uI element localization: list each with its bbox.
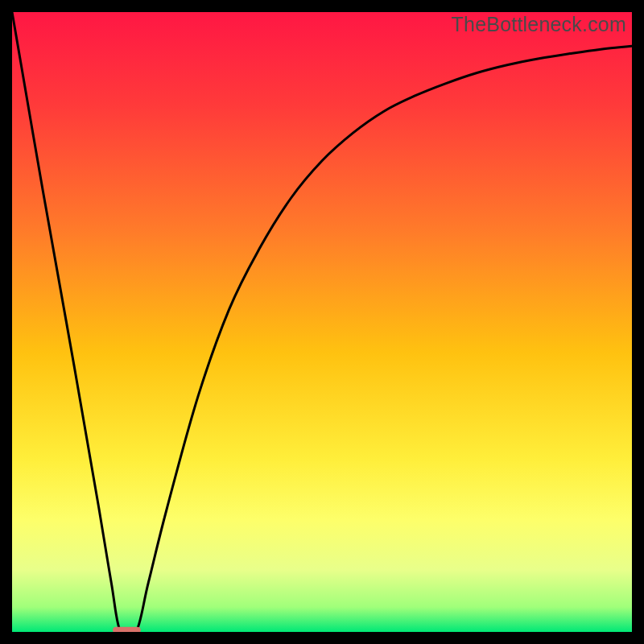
bottleneck-chart bbox=[12, 12, 632, 632]
chart-container: TheBottleneck.com bbox=[0, 0, 644, 644]
minimum-marker bbox=[113, 627, 141, 632]
watermark-text: TheBottleneck.com bbox=[452, 13, 626, 36]
